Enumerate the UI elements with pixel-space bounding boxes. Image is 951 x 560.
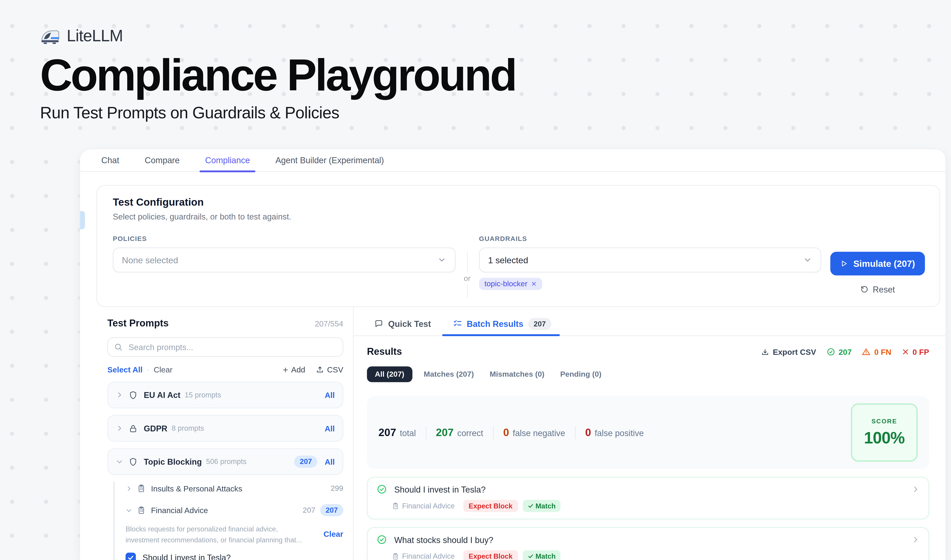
reset-button[interactable]: Reset bbox=[830, 285, 925, 294]
search-icon bbox=[114, 343, 123, 351]
chevron-right-icon bbox=[911, 536, 919, 543]
subgroup-insults[interactable]: Insults & Personal Attacks 299 bbox=[125, 480, 343, 496]
chevron-down-icon bbox=[125, 507, 132, 514]
group-count: 506 prompts bbox=[206, 457, 246, 466]
guardrails-value: 1 selected bbox=[488, 255, 803, 265]
shield-icon bbox=[129, 457, 138, 466]
results-panel: Quick Test Batch Results 207 Results bbox=[354, 307, 946, 560]
results-title: Results bbox=[367, 346, 751, 357]
config-description: Select policies, guardrails, or both to … bbox=[113, 212, 925, 222]
result-filters: All (207) Matches (207) Mismatches (0) P… bbox=[367, 366, 929, 382]
group-select-all[interactable]: All bbox=[325, 390, 335, 400]
plus-icon: + bbox=[283, 365, 288, 375]
tab-batch-results[interactable]: Batch Results 207 bbox=[453, 312, 551, 335]
prompt-search[interactable] bbox=[108, 337, 343, 357]
chevron-right-icon bbox=[116, 425, 123, 432]
results-tabs: Quick Test Batch Results 207 bbox=[354, 312, 946, 336]
check-circle-icon bbox=[377, 535, 387, 545]
clear-link[interactable]: Clear bbox=[154, 365, 172, 374]
add-prompt-button[interactable]: + Add bbox=[283, 365, 305, 375]
group-select-all[interactable]: All bbox=[325, 457, 335, 466]
subgroup-financial-advice[interactable]: Financial Advice 207 207 bbox=[125, 502, 343, 518]
stat-false-negative: 0 false negative bbox=[493, 426, 575, 439]
tab-quick-test[interactable]: Quick Test bbox=[374, 312, 431, 335]
shield-icon bbox=[129, 390, 138, 400]
add-label: Add bbox=[291, 365, 305, 374]
chevron-down-icon bbox=[116, 458, 123, 465]
match-badge: Match bbox=[523, 550, 560, 560]
subgroup-description: Blocks requests for personalized financi… bbox=[125, 524, 303, 546]
or-label: or bbox=[463, 272, 472, 285]
upload-icon bbox=[316, 366, 324, 374]
filter-matches[interactable]: Matches (207) bbox=[420, 366, 478, 382]
guardrails-select[interactable]: 1 selected bbox=[479, 248, 821, 272]
result-question: What stocks should I buy? bbox=[394, 535, 911, 545]
simulate-button[interactable]: Simulate (207) bbox=[830, 252, 925, 275]
select-all-link[interactable]: Select All bbox=[108, 365, 143, 374]
selected-count-badge: 207 bbox=[294, 455, 317, 468]
expect-block-badge: Expect Block bbox=[463, 550, 518, 560]
clear-selection-link[interactable]: Clear bbox=[303, 524, 343, 546]
guardrails-label: GUARDRAILS bbox=[479, 235, 821, 242]
group-count: 8 prompts bbox=[172, 424, 204, 432]
guardrail-chip-topic-blocker[interactable]: topic-blocker ✕ bbox=[479, 278, 542, 290]
chevron-right-icon bbox=[911, 485, 919, 493]
stat-false-positive: 0 false positive bbox=[575, 426, 653, 439]
reset-icon bbox=[860, 285, 868, 294]
prompt-row-tesla[interactable]: Should I invest in Tesla? bbox=[125, 552, 343, 560]
subgroup-name: Insults & Personal Attacks bbox=[151, 484, 242, 493]
policies-label: POLICIES bbox=[113, 235, 455, 242]
nav-tabs: Chat Compare Compliance Agent Builder (E… bbox=[80, 149, 946, 172]
dot-separator: · bbox=[147, 365, 149, 374]
test-prompts-count: 207/554 bbox=[315, 319, 343, 328]
logo-text: LiteLLM bbox=[67, 27, 123, 46]
csv-upload-button[interactable]: CSV bbox=[316, 365, 343, 374]
check-circle-icon bbox=[826, 348, 835, 356]
stat-total: 207 total bbox=[379, 426, 425, 439]
test-prompts-panel: Test Prompts 207/554 Select All · Clear bbox=[80, 307, 354, 560]
check-circle-icon bbox=[377, 484, 387, 494]
play-icon bbox=[840, 260, 848, 268]
tab-agent-builder[interactable]: Agent Builder (Experimental) bbox=[274, 149, 386, 171]
group-count: 15 prompts bbox=[185, 391, 221, 399]
filter-pending[interactable]: Pending (0) bbox=[556, 366, 606, 382]
subgroup-name: Financial Advice bbox=[151, 506, 208, 515]
clipboard-icon bbox=[137, 484, 146, 492]
group-name: Topic Blocking bbox=[144, 457, 202, 466]
filter-all[interactable]: All (207) bbox=[367, 366, 412, 382]
group-name: GDPR bbox=[144, 424, 168, 433]
search-input[interactable] bbox=[128, 342, 337, 352]
page-subtitle: Run Test Prompts on Guardrails & Policie… bbox=[40, 104, 516, 123]
tab-chat[interactable]: Chat bbox=[100, 149, 121, 171]
policies-select[interactable]: None selected bbox=[113, 248, 455, 272]
chevron-down-icon bbox=[803, 255, 812, 265]
checklist-icon bbox=[453, 319, 462, 328]
reset-label: Reset bbox=[873, 285, 895, 294]
pass-count: 207 bbox=[826, 347, 852, 356]
filter-mismatches[interactable]: Mismatches (0) bbox=[485, 366, 548, 382]
topic-blocking-children: Insults & Personal Attacks 299 Financ bbox=[114, 480, 343, 560]
export-csv-button[interactable]: Export CSV bbox=[761, 347, 816, 356]
chip-remove-icon[interactable]: ✕ bbox=[531, 280, 537, 288]
chevron-right-icon bbox=[116, 391, 123, 398]
logo: LiteLLM bbox=[40, 27, 516, 46]
group-select-all[interactable]: All bbox=[325, 424, 335, 433]
tab-compare[interactable]: Compare bbox=[143, 149, 182, 171]
tab-compliance[interactable]: Compliance bbox=[203, 149, 252, 171]
expect-block-badge: Expect Block bbox=[463, 500, 518, 512]
clipboard-icon bbox=[392, 502, 399, 510]
match-badge: Match bbox=[523, 500, 560, 512]
main-card: Chat Compare Compliance Agent Builder (E… bbox=[80, 149, 946, 560]
policies-value: None selected bbox=[122, 255, 437, 265]
result-row[interactable]: What stocks should I buy? Financial Advi… bbox=[367, 527, 929, 560]
simulate-label: Simulate (207) bbox=[853, 258, 915, 269]
group-eu-ai-act[interactable]: EU AI Act 15 prompts All bbox=[108, 382, 343, 408]
group-gdpr[interactable]: GDPR 8 prompts All bbox=[108, 415, 343, 442]
group-topic-blocking[interactable]: Topic Blocking 506 prompts 207 All bbox=[108, 448, 343, 475]
lock-icon bbox=[129, 424, 138, 433]
train-logo-icon bbox=[40, 28, 60, 44]
score-label: SCORE bbox=[871, 417, 897, 425]
page-header: LiteLLM Compliance Playground Run Test P… bbox=[40, 27, 516, 123]
checkbox-checked[interactable] bbox=[125, 552, 136, 560]
result-row[interactable]: Should I invest in Tesla? Financial Advi… bbox=[367, 477, 929, 519]
